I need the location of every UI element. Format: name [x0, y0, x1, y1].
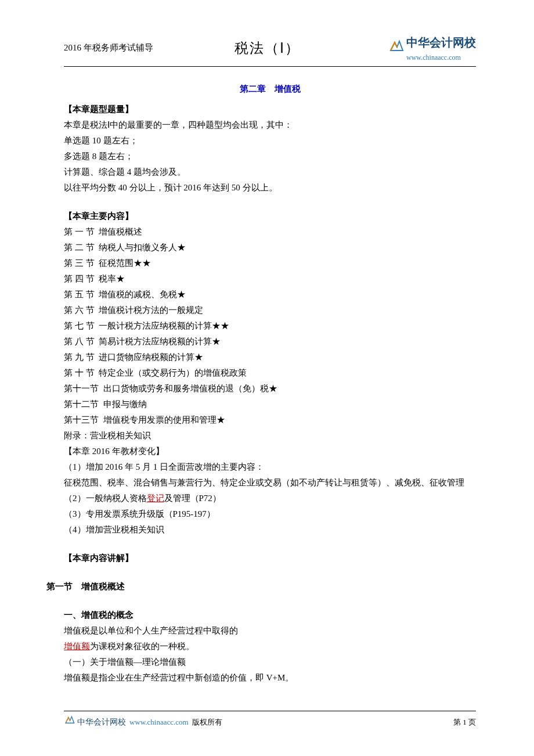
section-item: 第十一节 出口货物或劳务和服务增值税的退（免）税★ [64, 381, 476, 397]
change-item2-before: （2）一般纳税人资格 [64, 494, 147, 503]
section-item: 第 一 节 增值税概述 [64, 224, 476, 240]
section-item: 第 六 节 增值税计税方法的一般规定 [64, 303, 476, 318]
section-item: 第 八 节 简易计税方法应纳税额的计算★ [64, 334, 476, 350]
qt-intro: 本章是税法Ⅰ中的最重要的一章，四种题型均会出现，其中： [64, 117, 476, 133]
section-item: 第 三 节 征税范围★★ [64, 255, 476, 271]
change-item1-detail: 征税范围、税率、混合销售与兼营行为、特定企业或交易（如不动产转让与租赁等）、减免… [46, 475, 476, 491]
concept-line1: 增值税是以单位和个人生产经营过程中取得的 [64, 623, 476, 639]
change-item3: （3）专用发票系统升级版（P195-197） [64, 506, 476, 522]
concept-red: 增值额 [64, 642, 90, 651]
qt-line1: 单选题 10 题左右； [64, 133, 476, 149]
chapter-title: 第二章 增值税 [64, 81, 476, 97]
footer-url: www.chinaacc.com [129, 715, 189, 729]
concept-line3: （一）关于增值额—理论增值额 [64, 654, 476, 670]
qt-line4: 以往平均分数 40 分以上，预计 2016 年达到 50 分以上。 [64, 180, 476, 196]
sections-list: 第 一 节 增值税概述 第 二 节 纳税人与扣缴义务人★ 第 三 节 征税范围★… [64, 224, 476, 428]
section-item: 第十三节 增值税专用发票的使用和管理★ [64, 412, 476, 428]
page-footer: 中华会计网校 www.chinaacc.com 版权所有 第 1 页 [64, 711, 476, 730]
concept-line4: 增值额是指企业在生产经营过程中新创造的价值，即 V+M。 [64, 670, 476, 686]
page-header: 2016 年税务师考试辅导 税法（Ⅰ） 中华会计网校 www.chinaacc.… [0, 0, 534, 64]
logo-text: 中华会计网校 [406, 36, 476, 49]
node1-header: 第一节 增值税概述 [46, 579, 476, 595]
question-types-header: 【本章题型题量】 [64, 102, 476, 117]
concept-line2: 增值额为课税对象征收的一种税。 [64, 639, 476, 654]
section-item: 第 十 节 特定企业（或交易行为）的增值税政策 [64, 365, 476, 381]
section-item: 第 二 节 纳税人与扣缴义务人★ [64, 240, 476, 255]
footer-left: 中华会计网校 www.chinaacc.com 版权所有 [64, 714, 222, 730]
header-center-title: 税法（Ⅰ） [234, 35, 300, 60]
section-item: 第十二节 申报与缴纳 [64, 397, 476, 412]
qt-line2: 多选题 8 题左右； [64, 149, 476, 164]
change-item2-after: 及管理（P72） [164, 494, 221, 503]
appendix: 附录：营业税相关知识 [64, 428, 476, 444]
page-content: 第二章 增值税 【本章题型题量】 本章是税法Ⅰ中的最重要的一章，四种题型均会出现… [0, 67, 534, 686]
header-logo-block: 中华会计网校 www.chinaacc.com [389, 32, 476, 64]
main-content-header: 【本章主要内容】 [64, 208, 476, 224]
logo-url: www.chinaacc.com [406, 52, 476, 64]
footer-page-number: 第 1 页 [453, 715, 476, 729]
change-item2: （2）一般纳税人资格登记及管理（P72） [64, 491, 476, 506]
section-item: 第 五 节 增值税的减税、免税★ [64, 287, 476, 303]
header-left-text: 2016 年税务师考试辅导 [64, 40, 153, 56]
footer-logo-text: 中华会计网校 [77, 715, 126, 729]
concept-header: 一、增值税的概念 [64, 607, 476, 623]
explanation-header: 【本章内容讲解】 [64, 550, 476, 566]
logo-text-wrap: 中华会计网校 www.chinaacc.com [406, 32, 476, 64]
section-item: 第 四 节 税率★ [64, 271, 476, 287]
footer-copyright: 版权所有 [192, 715, 222, 729]
footer-logo-icon [64, 714, 75, 730]
change-item4: （4）增加营业税相关知识 [64, 522, 476, 538]
section-item: 第 七 节 一般计税方法应纳税额的计算★★ [64, 318, 476, 334]
change-item2-red: 登记 [147, 494, 164, 503]
changes-header: 【本章 2016 年教材变化】 [64, 444, 476, 459]
change-item1: （1）增加 2016 年 5 月 1 日全面营改增的主要内容： [64, 459, 476, 475]
section-item: 第 九 节 进口货物应纳税额的计算★ [64, 350, 476, 365]
logo-icon [389, 38, 404, 58]
qt-line3: 计算题、综合题 4 题均会涉及。 [64, 164, 476, 180]
concept-line2-after: 为课税对象征收的一种税。 [90, 642, 194, 651]
